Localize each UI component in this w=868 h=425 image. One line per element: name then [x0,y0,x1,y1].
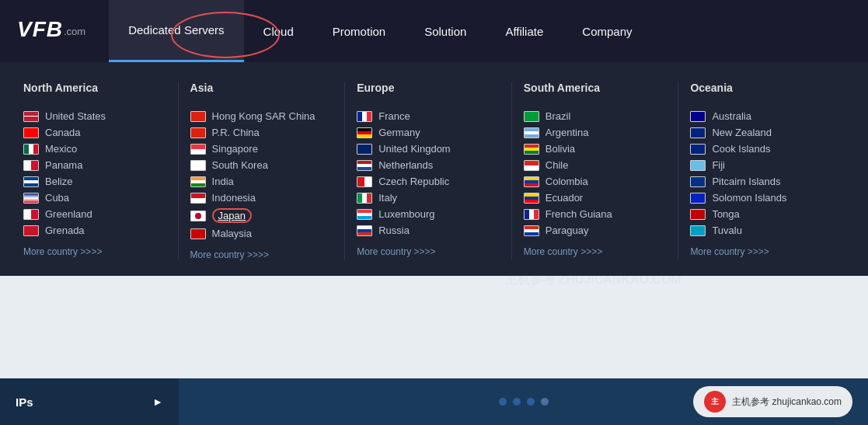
flag-cu [23,193,39,204]
country-name: Cook Islands [712,143,770,155]
country-name: Solomon Islands [712,192,786,204]
list-item[interactable]: Australia [690,108,833,124]
list-item-japan[interactable]: Japan [190,206,333,225]
nav-affiliate[interactable]: Affiliate [486,0,563,62]
list-item[interactable]: Colombia [524,173,667,190]
list-item[interactable]: France [357,108,500,124]
list-item[interactable]: United States [23,108,166,124]
dot-1[interactable] [499,398,507,406]
flag-kr [190,160,206,171]
flag-it [357,193,372,204]
list-item[interactable]: Luxembourg [357,206,500,222]
country-name: Luxembourg [378,208,434,220]
country-name: South Korea [212,159,268,171]
list-item[interactable]: Indonesia [190,190,333,206]
flag-mx [23,144,39,155]
list-item[interactable]: Germany [357,124,500,141]
country-name: Hong Kong SAR China [212,110,315,122]
nav: Dedicated Servers Cloud Promotion Soluti… [109,0,651,62]
region-dropdown: North America United States Canada Mexic… [0,62,868,276]
list-item[interactable]: Cuba [23,190,166,206]
flag-nl [357,160,372,171]
list-item[interactable]: Belize [23,173,166,190]
country-name: Panama [45,159,82,171]
country-name: New Zealand [712,127,772,138]
list-item[interactable]: Bolivia [524,141,667,157]
list-item[interactable]: Fiji [690,157,833,173]
nav-company[interactable]: Company [563,0,651,62]
list-item[interactable]: Czech Republic [357,173,500,190]
branding-text: 主机参考 zhujicankao.com [732,395,842,409]
flag-ar [524,127,539,138]
asia-list: Hong Kong SAR China P.R. China Singapore… [190,108,333,242]
header: VFB .com Dedicated Servers Cloud Promoti… [0,0,868,62]
list-item[interactable]: Paraguay [524,222,667,239]
flag-cl [524,160,539,171]
list-item[interactable]: India [190,173,333,190]
list-item[interactable]: French Guiana [524,206,667,222]
country-name: Czech Republic [378,176,449,187]
list-item[interactable]: Russia [357,222,500,239]
dot-2[interactable] [513,398,521,406]
flag-my [190,228,206,239]
list-item[interactable]: Tonga [690,206,833,222]
more-country-asia[interactable]: More country >>>> [190,249,333,260]
more-country-south-america[interactable]: More country >>>> [524,246,667,257]
more-country-europe[interactable]: More country >>>> [357,246,500,257]
list-item[interactable]: Grenada [23,222,166,239]
region-title-north-america: North America [23,82,166,97]
list-item[interactable]: Hong Kong SAR China [190,108,333,124]
list-item[interactable]: Solomon Islands [690,190,833,206]
regions-grid: North America United States Canada Mexic… [23,82,845,260]
list-item[interactable]: Cook Islands [690,141,833,157]
dot-4[interactable] [541,398,549,406]
country-name: Netherlands [378,159,433,171]
nav-cloud[interactable]: Cloud [244,0,313,62]
region-title-oceania: Oceania [690,82,833,97]
list-item[interactable]: Pitcairn Islands [690,173,833,190]
list-item[interactable]: Italy [357,190,500,206]
list-item[interactable]: Brazil [524,108,667,124]
list-item[interactable]: P.R. China [190,124,333,141]
country-name: Germany [378,127,420,138]
region-asia: Asia Hong Kong SAR China P.R. China Sing… [190,82,346,260]
list-item[interactable]: Singapore [190,141,333,157]
north-america-list: United States Canada Mexico Panama Beliz… [23,108,166,239]
flag-lu [357,209,372,220]
list-item[interactable]: Panama [23,157,166,173]
nav-solution[interactable]: Solution [405,0,486,62]
country-name: Chile [546,159,569,171]
region-europe: Europe France Germany United Kingdom Net… [357,82,512,260]
list-item[interactable]: Mexico [23,141,166,157]
country-name: Russia [378,225,410,236]
list-item[interactable]: Ecuador [524,190,667,206]
flag-py [524,225,539,236]
country-name: Cuba [45,192,69,204]
more-country-north-america[interactable]: More country >>>> [23,246,166,257]
list-item[interactable]: Canada [23,124,166,141]
nav-promotion[interactable]: Promotion [313,0,405,62]
country-name: Brazil [546,110,571,122]
branding-icon: 主 [704,391,726,413]
list-item[interactable]: Malaysia [190,225,333,242]
dot-3[interactable] [527,398,535,406]
country-name: Tuvalu [712,225,742,236]
list-item[interactable]: New Zealand [690,124,833,141]
logo-com: .com [64,26,85,37]
list-item[interactable]: United Kingdom [357,141,500,157]
logo-area: VFB .com [16,15,85,48]
list-item[interactable]: Chile [524,157,667,173]
flag-sb [690,193,706,204]
list-item[interactable]: Greenland [23,206,166,222]
country-name: Paraguay [546,225,589,236]
country-name: Grenada [45,225,85,236]
list-item[interactable]: Netherlands [357,157,500,173]
region-south-america: South America Brazil Argentina Bolivia C… [524,82,679,260]
region-title-asia: Asia [190,82,333,97]
more-country-oceania[interactable]: More country >>>> [690,246,833,257]
flag-ec [524,193,539,204]
list-item[interactable]: South Korea [190,157,333,173]
nav-dedicated-servers[interactable]: Dedicated Servers [109,0,243,62]
list-item[interactable]: Argentina [524,124,667,141]
list-item[interactable]: Tuvalu [690,222,833,239]
